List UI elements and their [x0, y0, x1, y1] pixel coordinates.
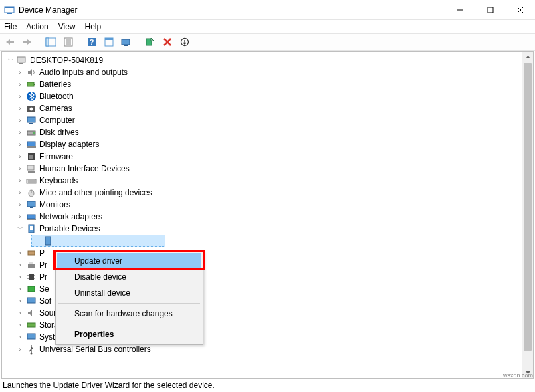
svg-rect-65 [27, 334, 35, 339]
properties-button[interactable] [61, 35, 76, 50]
tree-node-portable-child[interactable]: x [31, 235, 165, 247]
tree-node-bluetooth[interactable]: ›Bluetooth [2, 90, 522, 102]
tree-root[interactable]: ﹀ DESKTOP-504K819 [2, 54, 522, 66]
ctx-properties[interactable]: Properties [57, 326, 201, 342]
tree-node-mice[interactable]: ›Mice and other pointing devices [2, 187, 522, 199]
hid-icon [26, 163, 37, 174]
expand-icon[interactable]: › [15, 176, 25, 185]
tree-node-portable[interactable]: ﹀Portable Devices [2, 223, 522, 235]
expand-icon[interactable]: › [15, 260, 25, 270]
svg-rect-54 [28, 251, 35, 255]
tree-node-hid[interactable]: ›Human Interface Devices [2, 163, 522, 175]
collapse-icon[interactable]: ﹀ [15, 224, 25, 233]
uninstall-button[interactable] [160, 35, 175, 50]
expand-icon[interactable]: › [15, 116, 25, 125]
tree-node-computer[interactable]: ›Computer [2, 114, 522, 126]
action-button[interactable] [102, 35, 116, 50]
tree-node-network[interactable]: ›Network adapters [2, 211, 522, 223]
expand-icon[interactable]: › [15, 212, 25, 221]
audio-icon [26, 67, 37, 78]
expand-icon[interactable]: › [15, 345, 25, 354]
tree-node-batteries[interactable]: ›Batteries [2, 78, 522, 90]
svg-rect-63 [27, 298, 35, 303]
svg-rect-64 [27, 323, 35, 327]
expand-icon[interactable]: › [15, 272, 25, 282]
svg-rect-18 [105, 38, 113, 40]
tree-node-keyboards[interactable]: ›Keyboards [2, 175, 522, 187]
menu-separator [58, 324, 200, 324]
svg-rect-52 [30, 226, 33, 230]
scroll-up-icon[interactable] [522, 52, 534, 63]
port-icon [26, 248, 37, 258]
title-bar: Device Manager [0, 0, 535, 20]
expand-icon[interactable]: › [15, 80, 25, 89]
svg-rect-37 [27, 146, 36, 148]
forward-button[interactable] [20, 35, 35, 50]
expand-icon[interactable]: › [15, 140, 25, 149]
show-hide-tree-button[interactable] [43, 35, 58, 50]
help-button[interactable]: ? [84, 35, 99, 50]
tree-node-firmware[interactable]: ›Firmware [2, 151, 522, 163]
expand-icon[interactable]: › [15, 164, 25, 173]
menu-view[interactable]: View [58, 22, 76, 31]
menu-file[interactable]: File [4, 22, 17, 31]
svg-rect-1 [5, 7, 14, 8]
svg-rect-33 [29, 123, 33, 124]
maximize-button[interactable] [475, 1, 505, 19]
svg-rect-2 [7, 13, 12, 14]
toolbar: ? [0, 33, 535, 51]
ctx-update-driver[interactable]: Update driver [57, 253, 201, 269]
disk-icon [26, 127, 37, 138]
expand-icon[interactable]: › [15, 188, 25, 197]
menu-bar: File Action View Help [0, 20, 535, 33]
tree-node-audio[interactable]: ›Audio inputs and outputs [2, 66, 522, 78]
expand-icon[interactable]: › [15, 128, 25, 137]
expand-icon[interactable]: › [15, 104, 25, 113]
tree-node-display[interactable]: ›Display adapters [2, 138, 522, 151]
svg-rect-10 [46, 38, 49, 46]
expand-icon[interactable]: › [15, 248, 25, 258]
cpu-icon [26, 272, 37, 282]
svg-rect-49 [27, 215, 35, 219]
expand-icon[interactable]: › [15, 332, 25, 342]
ctx-uninstall-device[interactable]: Uninstall device [57, 285, 201, 301]
ctx-disable-device[interactable]: Disable device [57, 269, 201, 285]
collapse-icon[interactable]: ﹀ [6, 56, 15, 65]
disable-button[interactable] [177, 35, 192, 50]
expand-icon[interactable]: › [15, 200, 25, 209]
svg-rect-47 [27, 201, 35, 207]
ctx-scan-hardware[interactable]: Scan for hardware changes [57, 306, 201, 322]
scan-hardware-button[interactable] [119, 35, 134, 50]
device-manager-icon [4, 5, 15, 15]
software-icon [26, 296, 37, 306]
display-adapter-icon [26, 139, 37, 150]
svg-point-35 [33, 132, 35, 134]
tree-node-disk[interactable]: ›Disk drives [2, 126, 522, 138]
expand-icon[interactable]: › [15, 68, 25, 77]
expand-icon[interactable]: › [15, 308, 25, 318]
back-button[interactable] [3, 35, 17, 50]
svg-rect-62 [28, 286, 35, 292]
expand-icon[interactable]: › [15, 320, 25, 330]
menu-help[interactable]: Help [85, 22, 102, 31]
bluetooth-icon [26, 91, 37, 102]
close-button[interactable] [505, 1, 535, 19]
svg-rect-4 [488, 7, 493, 13]
tree-node-cameras[interactable]: ›Cameras [2, 102, 522, 114]
expand-icon[interactable]: › [15, 284, 25, 294]
menu-action[interactable]: Action [26, 22, 48, 31]
svg-text:?: ? [90, 38, 94, 46]
update-driver-button[interactable] [142, 35, 157, 50]
tree-node-monitors[interactable]: ›Monitors [2, 199, 522, 211]
svg-rect-48 [30, 207, 33, 208]
minimize-button[interactable] [445, 1, 475, 19]
svg-rect-39 [29, 155, 33, 159]
scrollbar-thumb[interactable] [524, 63, 532, 351]
watermark: wsxdn.com [503, 372, 533, 379]
expand-icon[interactable]: › [15, 92, 25, 101]
mouse-icon [26, 187, 37, 198]
vertical-scrollbar[interactable] [522, 52, 533, 378]
tree-node-usb[interactable]: ›Universal Serial Bus controllers [2, 343, 522, 355]
expand-icon[interactable]: › [15, 152, 25, 161]
expand-icon[interactable]: › [15, 296, 25, 306]
